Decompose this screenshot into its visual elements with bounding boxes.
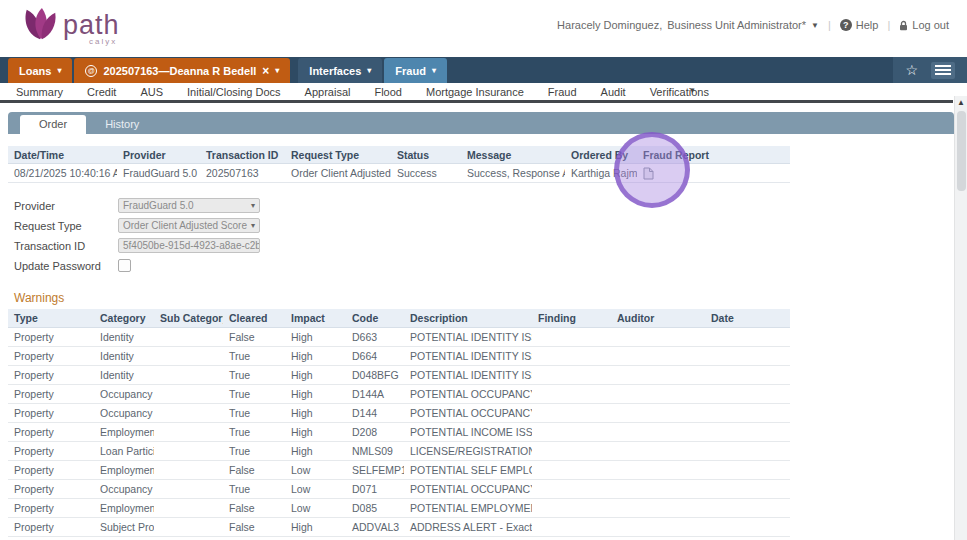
help-button[interactable]: ? Help — [840, 19, 879, 31]
table-row[interactable]: Property Identity False High D663 POTENT… — [8, 328, 790, 347]
table-row[interactable]: Property Employment /... True High D208 … — [8, 423, 790, 442]
table-row[interactable]: Property Identity True High D664 POTENTI… — [8, 347, 790, 366]
subnav-overflow-caret[interactable]: ▾ — [680, 85, 705, 95]
warnings-rows: Property Identity False High D663 POTENT… — [8, 328, 790, 537]
cell-code: D085 — [346, 502, 404, 514]
nav-tab-fraud[interactable]: Fraud▾ — [384, 58, 447, 83]
cell-type: Property — [8, 521, 94, 533]
cell-impact: High — [285, 407, 346, 419]
cell-type: Property — [8, 407, 94, 419]
cell-code: D208 — [346, 426, 404, 438]
caret-down-icon: ▾ — [432, 66, 436, 75]
column-header: Ordered By — [565, 149, 637, 161]
cell-type: Property — [8, 388, 94, 400]
tab-history[interactable]: History — [86, 115, 158, 134]
subnav-item[interactable]: Appraisal — [293, 86, 363, 98]
cell-category: Occupancy — [94, 388, 154, 400]
vertical-scrollbar[interactable]: ▲ — [954, 96, 967, 540]
cell-description: POTENTIAL OCCUPANCY IS... — [404, 407, 532, 419]
user-menu[interactable]: Haracely Dominguez, Business Unit Admini… — [557, 19, 819, 31]
subnav-item[interactable]: Fraud — [536, 86, 589, 98]
cell-transaction-id: 202507163 — [200, 167, 285, 179]
flower-icon — [22, 5, 60, 45]
cell-request-type: Order Client Adjusted S... — [285, 167, 391, 179]
cell-ordered-by: Karthiga Rajmo... — [565, 167, 637, 179]
cell-category: Employment /... — [94, 502, 154, 514]
column-header: Type — [8, 312, 94, 324]
caret-down-icon: ▾ — [275, 66, 279, 75]
favorite-star-icon[interactable]: ☆ — [905, 62, 918, 78]
cell-impact: High — [285, 369, 346, 381]
cell-category: Loan Participa... — [94, 445, 154, 457]
update-password-checkbox[interactable] — [118, 259, 131, 272]
column-header: Description — [404, 312, 532, 324]
cell-description: ADDRESS ALERT - Exact ma... — [404, 521, 532, 533]
request-type-select[interactable]: Order Client Adjusted Score▾ — [118, 218, 260, 233]
orders-row[interactable]: 08/21/2025 10:40:16 AM FraudGuard 5.0 20… — [8, 164, 790, 183]
tab-order[interactable]: Order — [20, 115, 86, 134]
table-row[interactable]: Property Employment /... False Low SELFE… — [8, 461, 790, 480]
divider: | — [887, 19, 890, 31]
close-icon[interactable]: × — [262, 64, 269, 78]
menu-button[interactable] — [931, 62, 955, 79]
table-row[interactable]: Property Occupancy True High D144 POTENT… — [8, 404, 790, 423]
table-row[interactable]: Property Loan Participa... True High NML… — [8, 442, 790, 461]
update-password-label: Update Password — [14, 260, 118, 272]
warnings-table: TypeCategorySub CategoryClearedImpactCod… — [8, 309, 790, 537]
subnav-item[interactable]: Audit — [589, 86, 638, 98]
cell-description: POTENTIAL SELF EMPLOY... — [404, 464, 532, 476]
subnav-item[interactable]: Flood — [362, 86, 414, 98]
cell-cleared: True — [223, 426, 285, 438]
caret-down-icon: ▾ — [57, 66, 61, 75]
brand-text: path — [63, 10, 120, 40]
cell-description: LICENSE/REGISTRATION IS... — [404, 445, 532, 457]
provider-select[interactable]: FraudGuard 5.0▾ — [118, 198, 260, 213]
table-row[interactable]: Property Occupancy True High D144A POTEN… — [8, 385, 790, 404]
transaction-id-input[interactable]: 5f4050be-915d-4923-a8ae-c2b47... — [118, 238, 260, 253]
table-row[interactable]: Property Employment /... False Low D085 … — [8, 499, 790, 518]
column-header: Finding — [532, 312, 611, 324]
scrollbar-thumb[interactable] — [957, 111, 966, 191]
cell-impact: High — [285, 521, 346, 533]
cell-message: Success, Response Avai... — [461, 167, 565, 179]
cell-type: Property — [8, 445, 94, 457]
chevron-down-icon: ▼ — [811, 21, 819, 30]
request-type-label: Request Type — [14, 220, 118, 232]
transaction-id-label: Transaction ID — [14, 240, 118, 252]
nav-tab-loan-file[interactable]: @ 202507163—Deanna R Bedell × ▾ — [74, 58, 290, 83]
user-name: Haracely Dominguez, — [557, 19, 662, 31]
table-row[interactable]: Property Occupancy True Low D071 POTENTI… — [8, 480, 790, 499]
table-row[interactable]: Property Identity True High D048BFG POTE… — [8, 366, 790, 385]
loan-icon: @ — [85, 65, 97, 77]
subnav-item[interactable]: Credit — [75, 86, 128, 98]
cell-type: Property — [8, 502, 94, 514]
nav-tab-loans[interactable]: Loans▾ — [8, 58, 72, 83]
table-row[interactable]: Property Subject Prope... False High ADD… — [8, 518, 790, 537]
fraud-report-icon[interactable] — [637, 167, 790, 180]
column-header: Sub Category — [154, 312, 223, 324]
cell-code: D144A — [346, 388, 404, 400]
cell-description: POTENTIAL OCCUPANCY IS... — [404, 388, 532, 400]
cell-category: Identity — [94, 350, 154, 362]
cell-impact: High — [285, 350, 346, 362]
subnav-item[interactable]: Summary — [4, 86, 75, 98]
cell-cleared: True — [223, 483, 285, 495]
nav-tab-interfaces[interactable]: Interfaces▾ — [298, 58, 382, 83]
scroll-up-arrow[interactable]: ▲ — [955, 96, 967, 109]
select-caret-icon: ▾ — [251, 201, 255, 210]
content-divider — [0, 100, 953, 103]
column-header: Auditor — [611, 312, 705, 324]
subnav-item[interactable]: AUS — [128, 86, 175, 98]
user-role: Business Unit Administrator* — [667, 19, 806, 31]
help-label: Help — [856, 19, 879, 31]
cell-category: Identity — [94, 331, 154, 343]
provider-label: Provider — [14, 200, 118, 212]
column-header: Fraud Report — [637, 149, 790, 161]
logout-button[interactable]: Log out — [899, 19, 949, 31]
select-caret-icon: ▾ — [251, 221, 255, 230]
column-header: Cleared — [223, 312, 285, 324]
subnav-item[interactable]: Initial/Closing Docs — [175, 86, 293, 98]
column-header: Message — [461, 149, 565, 161]
subnav-item[interactable]: Mortgage Insurance — [414, 86, 536, 98]
column-header: Transaction ID — [200, 149, 285, 161]
